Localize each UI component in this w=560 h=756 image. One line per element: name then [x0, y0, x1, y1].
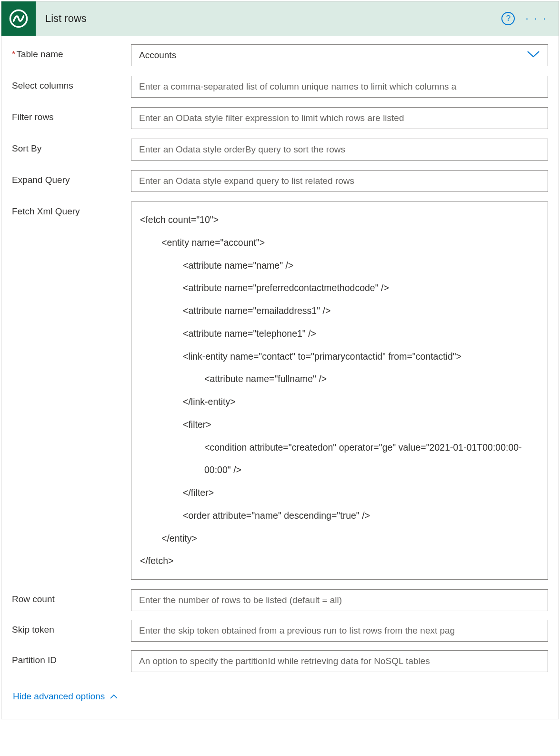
chevron-up-icon — [110, 694, 118, 699]
label-partition-id: Partition ID — [12, 650, 131, 665]
chevron-down-icon — [527, 50, 540, 60]
row-select-columns: Select columns — [12, 76, 548, 98]
row-skip-token: Skip token — [12, 620, 548, 642]
row-fetch-xml: Fetch Xml Query <fetch count="10"><entit… — [12, 202, 548, 580]
dataverse-icon — [1, 1, 36, 36]
row-count-field — [131, 589, 548, 611]
card-header: List rows ? · · · — [1, 1, 559, 36]
help-icon[interactable]: ? — [501, 12, 515, 25]
sort-by-input[interactable] — [139, 139, 540, 160]
row-count-input[interactable] — [139, 590, 540, 611]
table-name-value: Accounts — [139, 50, 176, 60]
label-skip-token: Skip token — [12, 620, 131, 635]
skip-token-field — [131, 620, 548, 642]
action-card: List rows ? · · · *Table name Accounts S… — [1, 1, 559, 719]
expand-query-input[interactable] — [139, 171, 540, 192]
card-title: List rows — [45, 12, 501, 25]
row-expand-query: Expand Query — [12, 170, 548, 192]
select-columns-field — [131, 76, 548, 98]
label-filter-rows: Filter rows — [12, 107, 131, 122]
filter-rows-input[interactable] — [139, 108, 540, 129]
row-filter-rows: Filter rows — [12, 107, 548, 129]
label-expand-query: Expand Query — [12, 170, 131, 185]
fetch-xml-input[interactable]: <fetch count="10"><entity name="account"… — [131, 202, 548, 580]
label-row-count: Row count — [12, 589, 131, 605]
row-sort-by: Sort By — [12, 139, 548, 161]
label-table-name: *Table name — [12, 44, 131, 60]
hide-advanced-options-button[interactable]: Hide advanced options — [12, 681, 548, 714]
table-name-dropdown[interactable]: Accounts — [131, 44, 548, 66]
filter-rows-field — [131, 107, 548, 129]
card-body: *Table name Accounts Select columns Filt… — [1, 36, 559, 719]
skip-token-input[interactable] — [139, 620, 540, 641]
partition-id-input[interactable] — [139, 651, 540, 672]
row-row-count: Row count — [12, 589, 548, 611]
more-menu-icon[interactable]: · · · — [523, 12, 549, 25]
label-fetch-xml: Fetch Xml Query — [12, 202, 131, 217]
label-select-columns: Select columns — [12, 76, 131, 91]
expand-query-field — [131, 170, 548, 192]
row-partition-id: Partition ID — [12, 650, 548, 672]
row-table-name: *Table name Accounts — [12, 44, 548, 66]
sort-by-field — [131, 139, 548, 161]
hide-advanced-label: Hide advanced options — [13, 691, 105, 702]
select-columns-input[interactable] — [139, 76, 540, 97]
label-sort-by: Sort By — [12, 139, 131, 154]
partition-id-field — [131, 650, 548, 672]
